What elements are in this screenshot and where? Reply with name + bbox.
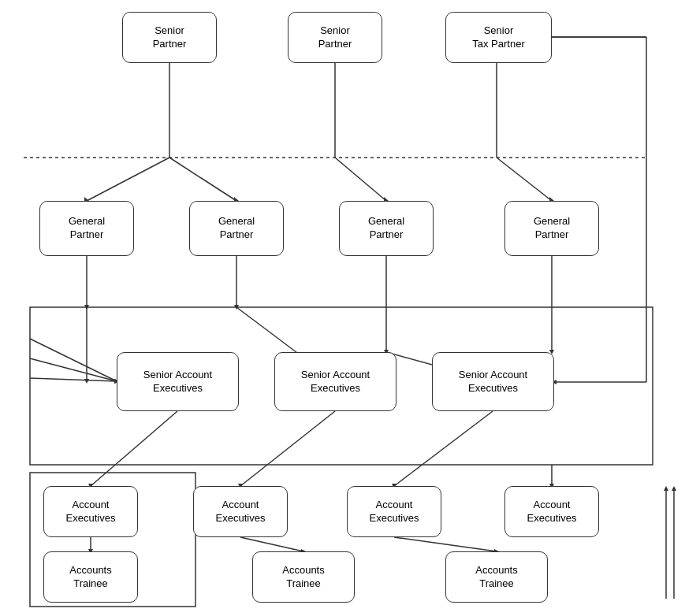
- svg-line-25: [30, 339, 117, 381]
- svg-line-29: [30, 378, 117, 381]
- svg-line-41: [240, 411, 335, 486]
- senior-exec-1: Senior Account Executives: [117, 352, 239, 411]
- svg-marker-20: [234, 305, 239, 310]
- svg-marker-56: [672, 486, 676, 491]
- svg-line-10: [497, 158, 552, 201]
- account-exec-1: Account Executives: [43, 486, 138, 537]
- svg-marker-54: [664, 486, 668, 491]
- general-partner-4: General Partner: [504, 201, 599, 256]
- svg-line-2: [87, 158, 169, 201]
- general-partner-3: General Partner: [339, 201, 434, 256]
- svg-line-4: [169, 158, 236, 201]
- svg-line-51: [394, 537, 497, 551]
- senior-partner-2: Senior Partner: [288, 12, 382, 63]
- trainee-1: Accounts Trainee: [43, 551, 138, 603]
- org-chart: Senior Partner Senior Partner Senior Tax…: [0, 0, 685, 616]
- senior-tax-partner: Senior Tax Partner: [445, 12, 552, 63]
- account-exec-3: Account Executives: [347, 486, 441, 537]
- general-partner-1: General Partner: [39, 201, 134, 256]
- senior-exec-2: Senior Account Executives: [274, 352, 396, 411]
- senior-exec-3: Senior Account Executives: [432, 352, 554, 411]
- trainee-2: Accounts Trainee: [252, 551, 355, 603]
- svg-line-27: [30, 358, 117, 381]
- svg-marker-18: [84, 305, 89, 310]
- account-exec-2: Account Executives: [193, 486, 288, 537]
- senior-partner-1: Senior Partner: [122, 12, 217, 63]
- general-partner-2: General Partner: [189, 201, 284, 256]
- svg-line-43: [394, 411, 493, 486]
- svg-line-49: [240, 537, 303, 551]
- svg-marker-32: [84, 379, 89, 384]
- trainee-3: Accounts Trainee: [445, 551, 548, 603]
- svg-line-7: [335, 158, 386, 201]
- svg-line-39: [91, 411, 177, 486]
- account-exec-4: Account Executives: [504, 486, 599, 537]
